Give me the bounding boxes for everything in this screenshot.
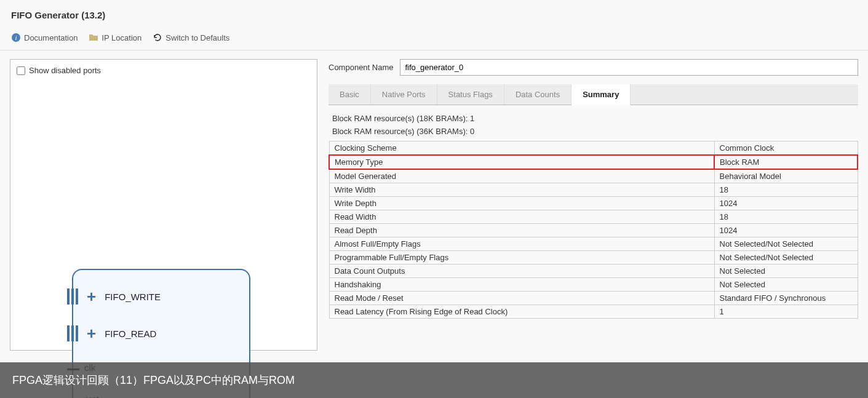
bus-rail-icon <box>67 325 78 341</box>
header: FIFO Generator (13.2) <box>0 0 868 28</box>
footer-caption: FPGA逻辑设计回顾（11）FPGA以及PC中的RAM与ROM <box>0 362 868 398</box>
tab-native-ports[interactable]: Native Ports <box>371 84 437 105</box>
tab-basic[interactable]: Basic <box>328 84 371 105</box>
summary-value: Common Clock <box>714 141 858 156</box>
summary-key: Model Generated <box>329 169 714 183</box>
left-panel: Show disabled ports + FIFO_WRITE + FIFO_… <box>10 59 317 351</box>
bram-18k-text: Block RAM resource(s) (18K BRAMs): 1 <box>328 114 858 123</box>
table-row: Read Width18 <box>329 210 858 224</box>
table-row: Memory TypeBlock RAM <box>329 155 858 169</box>
table-row: Almost Full/Empty FlagsNot Selected/Not … <box>329 237 858 251</box>
summary-value: Not Selected <box>714 265 858 278</box>
table-row: Clocking SchemeCommon Clock <box>329 141 858 156</box>
tab-summary[interactable]: Summary <box>571 84 631 105</box>
component-name-label: Component Name <box>328 63 394 72</box>
ip-location-button[interactable]: IP Location <box>89 33 141 42</box>
summary-value: Standard FIFO / Synchronous <box>714 292 858 305</box>
summary-value: 18 <box>714 183 858 197</box>
summary-key: Clocking Scheme <box>329 141 714 156</box>
summary-value: Not Selected/Not Selected <box>714 251 858 265</box>
summary-value: 1024 <box>714 224 858 237</box>
bus-rail-icon <box>67 289 78 304</box>
summary-value: Not Selected <box>714 278 858 292</box>
summary-key: Handshaking <box>329 278 714 292</box>
port-label: FIFO_READ <box>105 328 156 339</box>
documentation-button[interactable]: i Documentation <box>11 33 78 42</box>
page-title: FIFO Generator (13.2) <box>11 10 857 20</box>
summary-value: 1 <box>714 305 858 319</box>
summary-key: Read Mode / Reset <box>329 292 714 305</box>
summary-area: Block RAM resource(s) (18K BRAMs): 1 Blo… <box>328 105 858 319</box>
summary-value: Block RAM <box>714 155 858 169</box>
svg-text:i: i <box>15 34 17 41</box>
expand-icon[interactable]: + <box>87 325 96 341</box>
tab-data-counts[interactable]: Data Counts <box>504 84 571 105</box>
toolbar: i Documentation IP Location Switch to De… <box>0 28 868 50</box>
port-label: FIFO_WRITE <box>105 292 161 302</box>
table-row: Write Width18 <box>329 183 858 197</box>
table-row: Read Mode / ResetStandard FIFO / Synchro… <box>329 292 858 305</box>
table-row: Programmable Full/Empty FlagsNot Selecte… <box>329 251 858 265</box>
summary-value: 1024 <box>714 197 858 210</box>
switch-defaults-button[interactable]: Switch to Defaults <box>153 33 229 42</box>
show-disabled-ports-row[interactable]: Show disabled ports <box>17 66 311 75</box>
expand-icon[interactable]: + <box>87 289 96 304</box>
summary-key: Read Width <box>329 210 714 224</box>
summary-key: Programmable Full/Empty Flags <box>329 251 714 265</box>
table-row: Data Count OutputsNot Selected <box>329 265 858 278</box>
summary-table: Clocking SchemeCommon ClockMemory TypeBl… <box>328 141 858 319</box>
summary-value: Behavioral Model <box>714 169 858 183</box>
footer-text: FPGA逻辑设计回顾（11）FPGA以及PC中的RAM与ROM <box>12 373 295 388</box>
summary-key: Read Latency (From Rising Edge of Read C… <box>329 305 714 319</box>
port-fifo-write[interactable]: + FIFO_WRITE <box>84 289 238 304</box>
refresh-icon <box>153 33 162 42</box>
summary-key: Memory Type <box>329 155 714 169</box>
summary-value: 18 <box>714 210 858 224</box>
summary-key: Write Width <box>329 183 714 197</box>
tab-status-flags[interactable]: Status Flags <box>437 84 504 105</box>
tabs: Basic Native Ports Status Flags Data Cou… <box>328 84 858 105</box>
table-row: Write Depth1024 <box>329 197 858 210</box>
table-row: Read Latency (From Rising Edge of Read C… <box>329 305 858 319</box>
folder-icon <box>89 33 98 42</box>
table-row: Read Depth1024 <box>329 224 858 237</box>
documentation-label: Documentation <box>24 33 78 42</box>
info-icon: i <box>11 33 21 42</box>
table-row: Model GeneratedBehavioral Model <box>329 169 858 183</box>
summary-key: Data Count Outputs <box>329 265 714 278</box>
right-panel: Component Name Basic Native Ports Status… <box>328 59 858 351</box>
ip-location-label: IP Location <box>102 33 141 42</box>
summary-key: Read Depth <box>329 224 714 237</box>
switch-defaults-label: Switch to Defaults <box>165 33 229 42</box>
summary-value: Not Selected/Not Selected <box>714 237 858 251</box>
port-fifo-read[interactable]: + FIFO_READ <box>84 325 238 341</box>
show-disabled-ports-label: Show disabled ports <box>29 66 101 75</box>
content: Show disabled ports + FIFO_WRITE + FIFO_… <box>0 50 868 359</box>
summary-key: Write Depth <box>329 197 714 210</box>
component-name-row: Component Name <box>328 59 858 76</box>
bram-36k-text: Block RAM resource(s) (36K BRAMs): 0 <box>328 127 858 136</box>
show-disabled-ports-checkbox[interactable] <box>17 66 25 75</box>
table-row: HandshakingNot Selected <box>329 278 858 292</box>
component-name-input[interactable] <box>400 59 859 76</box>
summary-key: Almost Full/Empty Flags <box>329 237 714 251</box>
